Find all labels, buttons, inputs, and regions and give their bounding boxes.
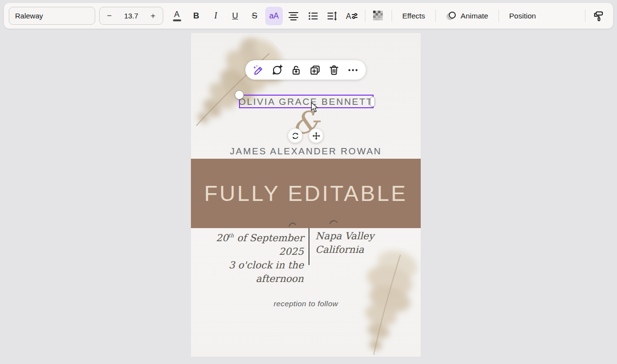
letter-case-button[interactable]: aA (265, 7, 283, 25)
toolbar-divider (498, 10, 499, 22)
script-fragment (287, 220, 298, 228)
duplicate-button[interactable] (309, 64, 322, 76)
animate-icon (446, 10, 457, 21)
canva-editor: Raleway − 13.7 + A B I U S aA (0, 0, 617, 364)
bullet-list-button[interactable] (304, 7, 322, 25)
reception-note-text[interactable]: reception to follow (191, 299, 421, 308)
add-comment-button[interactable] (271, 64, 283, 76)
selection-width-handle[interactable] (370, 97, 375, 107)
transparency-icon (372, 10, 385, 22)
text-selection-box[interactable] (239, 95, 374, 108)
bullet-list-icon (307, 10, 319, 22)
font-family-value: Raleway (15, 12, 43, 20)
time-line: 3 o'clock in the afternoon (191, 258, 304, 285)
move-handle[interactable] (308, 128, 324, 143)
font-size-increase-button[interactable]: + (143, 11, 163, 21)
text-settings-button[interactable]: A (343, 7, 360, 25)
date-time-text: 20th of September 2025 3 o'clock in the … (191, 229, 304, 285)
rotate-handle[interactable] (288, 128, 303, 143)
magic-edit-icon (252, 64, 264, 76)
animate-label: Animate (461, 12, 488, 20)
column-divider (308, 228, 309, 265)
watermark-banner-text: FULLY EDITABLE (204, 181, 408, 206)
toolbar-divider (585, 10, 585, 22)
font-size-stepper: − 13.7 + (99, 7, 163, 25)
position-button[interactable]: Position (503, 7, 542, 25)
design-canvas-page[interactable]: OLIVIA GRACE BENNETT & JAMES ALEXANDER R… (191, 33, 421, 357)
align-center-icon (288, 10, 299, 22)
font-size-value[interactable]: 13.7 (119, 12, 143, 20)
add-comment-icon (271, 64, 283, 76)
paint-roller-icon (592, 10, 605, 22)
text-color-glyph: A (174, 10, 179, 18)
script-fragment (328, 218, 339, 226)
underline-button[interactable]: U (226, 7, 244, 25)
more-options-button[interactable] (347, 64, 360, 76)
selection-corner-handle[interactable] (235, 90, 244, 99)
ampersand-graphic[interactable]: & (191, 106, 421, 140)
format-toolbar: Raleway − 13.7 + A B I U S aA (4, 3, 613, 29)
magic-edit-button[interactable] (252, 64, 264, 76)
svg-text:A: A (346, 12, 351, 20)
duplicate-icon (309, 64, 321, 76)
date-line: 20th of September 2025 (191, 229, 304, 258)
toolbar-divider (435, 10, 436, 22)
location-text: Napa Valley California (315, 229, 374, 285)
toolbar-divider (392, 10, 392, 22)
trash-icon (328, 64, 340, 76)
line-spacing-icon (326, 10, 338, 22)
more-icon (347, 64, 359, 76)
animate-button[interactable]: Animate (440, 7, 494, 25)
date-location-block[interactable]: 20th of September 2025 3 o'clock in the … (191, 229, 421, 285)
watermark-banner: FULLY EDITABLE (191, 159, 421, 228)
text-color-swatch (173, 19, 181, 21)
element-action-toolbar (245, 60, 366, 80)
italic-button[interactable]: I (207, 7, 224, 25)
lock-button[interactable] (290, 64, 302, 76)
move-icon (312, 132, 321, 140)
strikethrough-button[interactable]: S (246, 7, 263, 25)
text-color-button[interactable]: A (168, 7, 186, 25)
font-size-decrease-button[interactable]: − (100, 11, 119, 21)
font-family-selector[interactable]: Raleway (9, 7, 95, 25)
toolbar-divider (365, 10, 365, 22)
transparency-button[interactable] (370, 7, 387, 25)
location-line1: Napa Valley (315, 229, 374, 243)
line-spacing-button[interactable] (324, 7, 341, 25)
mouse-cursor (310, 101, 319, 113)
groom-name-text[interactable]: JAMES ALEXANDER ROWAN (191, 146, 421, 157)
location-line2: California (315, 243, 374, 256)
copy-style-button[interactable] (590, 7, 607, 25)
effects-button[interactable]: Effects (396, 7, 431, 25)
rotate-icon (291, 132, 300, 140)
bold-button[interactable]: B (188, 7, 205, 25)
align-center-button[interactable] (285, 7, 302, 25)
delete-button[interactable] (328, 64, 341, 76)
lock-icon (290, 64, 302, 76)
text-settings-icon: A (345, 10, 358, 22)
